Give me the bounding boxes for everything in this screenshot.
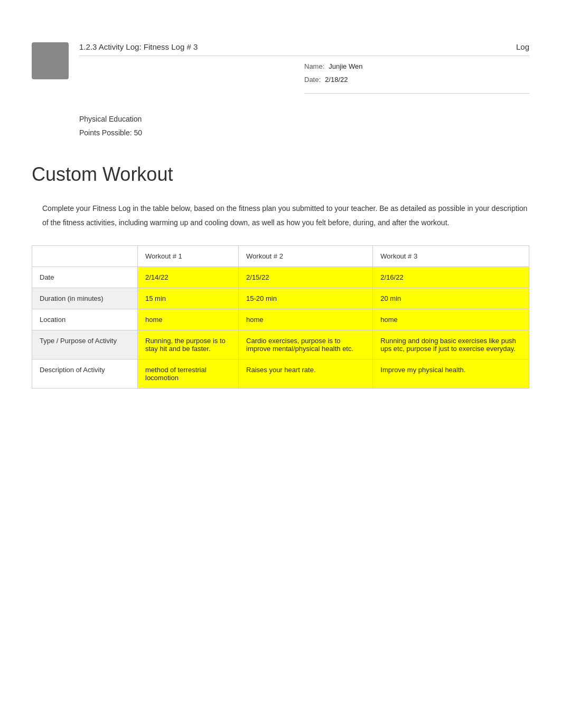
table-empty-header bbox=[32, 246, 138, 267]
row-label-duration: Duration (in minutes) bbox=[32, 288, 138, 309]
location-w2: home bbox=[239, 309, 373, 330]
row-label-date: Date bbox=[32, 267, 138, 288]
instructions: Complete your Fitness Log in the table b… bbox=[32, 201, 529, 229]
row-label-location: Location bbox=[32, 309, 138, 330]
type-w2: Cardio exercises, purpose is to improve … bbox=[239, 330, 373, 360]
duration-w2: 15-20 min bbox=[239, 288, 373, 309]
col-workout3: Workout # 3 bbox=[373, 246, 529, 267]
date-label: Date: bbox=[304, 76, 321, 84]
duration-w3: 20 min bbox=[373, 288, 529, 309]
page-title: Custom Workout bbox=[32, 163, 529, 186]
points-label: Points Possible: bbox=[79, 128, 132, 137]
date-w2: 2/15/22 bbox=[239, 267, 373, 288]
avatar bbox=[32, 42, 69, 79]
doc-title: 1.2.3 Activity Log: Fitness Log # 3 bbox=[79, 42, 198, 51]
subject-text: Physical Education bbox=[79, 115, 142, 123]
workout-table: Workout # 1 Workout # 2 Workout # 3 Date… bbox=[32, 245, 529, 389]
location-w3: home bbox=[373, 309, 529, 330]
name-label: Name: bbox=[304, 62, 324, 70]
name-value: Junjie Wen bbox=[329, 62, 362, 70]
desc-w2: Raises your heart rate. bbox=[239, 360, 373, 389]
log-label: Log bbox=[516, 42, 529, 51]
type-w3: Running and doing basic exercises like p… bbox=[373, 330, 529, 360]
row-label-type: Type / Purpose of Activity bbox=[32, 330, 138, 360]
duration-w1: 15 min bbox=[138, 288, 239, 309]
type-w1: Running, the purpose is to stay hit and … bbox=[138, 330, 239, 360]
location-w1: home bbox=[138, 309, 239, 330]
table-row: Date 2/14/22 2/15/22 2/16/22 bbox=[32, 267, 529, 288]
table-row: Duration (in minutes) 15 min 15-20 min 2… bbox=[32, 288, 529, 309]
points-value: 50 bbox=[134, 128, 143, 137]
col-workout2: Workout # 2 bbox=[239, 246, 373, 267]
date-w3: 2/16/22 bbox=[373, 267, 529, 288]
row-label-description: Description of Activity bbox=[32, 360, 138, 389]
col-workout1: Workout # 1 bbox=[138, 246, 239, 267]
table-row: Description of Activity method of terres… bbox=[32, 360, 529, 389]
date-w1: 2/14/22 bbox=[138, 267, 239, 288]
desc-w3: Improve my physical health. bbox=[373, 360, 529, 389]
table-row: Location home home home bbox=[32, 309, 529, 330]
table-row: Type / Purpose of Activity Running, the … bbox=[32, 330, 529, 360]
desc-w1: method of terrestrial locomotion bbox=[138, 360, 239, 389]
date-value: 2/18/22 bbox=[325, 76, 348, 84]
